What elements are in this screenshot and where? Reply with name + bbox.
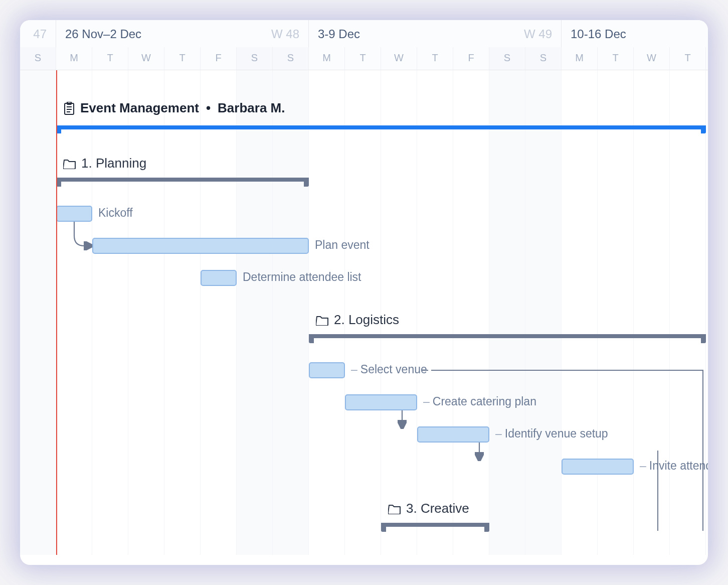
project-owner: Barbara M.	[218, 100, 285, 116]
group-bar[interactable]	[381, 523, 489, 528]
group-title[interactable]: 1. Planning	[63, 156, 146, 171]
week-label: 10-16 Dec	[571, 27, 626, 41]
task-name: Identify venue setup	[505, 427, 608, 441]
separator-dot: •	[204, 100, 213, 116]
day-cell: M	[562, 47, 598, 70]
folder-icon	[388, 503, 401, 514]
group-name: 3. Creative	[406, 501, 469, 516]
chart-body[interactable]: Event Management•Barbara M.1. PlanningKi…	[20, 70, 708, 555]
week-number: 47	[33, 27, 47, 41]
task-bar-attlist[interactable]	[201, 270, 237, 286]
dash: –	[351, 363, 357, 376]
folder-icon	[63, 158, 76, 169]
task-bar-setup[interactable]	[417, 426, 489, 443]
week-number: W 48	[271, 27, 299, 41]
week-cell: 26 Nov–2 DecW 48	[56, 20, 309, 47]
dash: –	[423, 395, 430, 408]
week-label: 3-9 Dec	[318, 27, 360, 41]
task-label: –Create catering plan	[423, 395, 536, 408]
dash: –	[640, 459, 646, 473]
task-name: Plan event	[315, 238, 370, 252]
task-name: Kickoff	[98, 206, 133, 220]
day-cell: M	[309, 47, 345, 70]
day-cell: W	[128, 47, 164, 70]
task-name: Invite attend	[649, 459, 708, 473]
task-name: Select venue	[360, 363, 427, 376]
day-cell: F	[201, 47, 237, 70]
task-label: Determine attendee list	[243, 270, 361, 284]
week-label: 26 Nov–2 Dec	[65, 27, 141, 41]
day-cell: W	[381, 47, 417, 70]
week-number: W 49	[524, 27, 552, 41]
group-title[interactable]: 3. Creative	[388, 501, 469, 516]
week-cell: 10-16 Dec	[562, 20, 708, 47]
app-frame: 4726 Nov–2 DecW 483-9 DecW 4910-16 Dec S…	[20, 20, 708, 565]
project-bar[interactable]	[56, 125, 706, 130]
project-title[interactable]: Event Management•Barbara M.	[63, 100, 285, 116]
task-name: Create catering plan	[433, 395, 536, 408]
task-bar-catering[interactable]	[345, 394, 417, 410]
task-name: Determine attendee list	[243, 270, 361, 284]
project-name: Event Management	[80, 100, 199, 116]
day-cell: S	[489, 47, 525, 70]
timeline-header: 4726 Nov–2 DecW 483-9 DecW 4910-16 Dec S…	[20, 20, 708, 70]
task-bar-planevent[interactable]	[92, 238, 309, 254]
rows-container: Event Management•Barbara M.1. PlanningKi…	[20, 70, 708, 543]
day-cell: W	[634, 47, 670, 70]
day-cell: S	[525, 47, 562, 70]
week-row: 4726 Nov–2 DecW 483-9 DecW 4910-16 Dec	[20, 20, 708, 47]
task-bar-kickoff[interactable]	[56, 206, 92, 222]
week-cell: 47	[20, 20, 56, 47]
day-cell: T	[345, 47, 381, 70]
dash: –	[495, 427, 502, 441]
gantt-chart: 4726 Nov–2 DecW 483-9 DecW 4910-16 Dec S…	[20, 20, 708, 565]
group-name: 2. Logistics	[334, 312, 399, 328]
group-bar[interactable]	[56, 178, 309, 183]
task-label: Kickoff	[98, 206, 133, 220]
group-bar[interactable]	[309, 334, 706, 339]
day-cell: S	[20, 47, 56, 70]
today-line	[56, 70, 57, 555]
day-cell: M	[56, 47, 92, 70]
folder-icon	[316, 315, 329, 326]
group-title[interactable]: 2. Logistics	[316, 312, 399, 328]
clipboard-icon	[63, 102, 75, 115]
day-cell: T	[92, 47, 128, 70]
task-label: –Identify venue setup	[495, 427, 608, 441]
day-row: SMTWTFSSMTWTFSSMTWT	[20, 47, 708, 70]
week-cell: 3-9 DecW 49	[309, 20, 562, 47]
day-cell: T	[164, 47, 201, 70]
day-cell: F	[453, 47, 489, 70]
task-bar-venue[interactable]	[309, 362, 345, 378]
task-bar-invite[interactable]	[562, 459, 634, 475]
day-cell: S	[237, 47, 273, 70]
day-cell: T	[417, 47, 453, 70]
task-label: –Invite attend	[640, 459, 708, 473]
task-label: Plan event	[315, 238, 370, 252]
day-cell: T	[598, 47, 634, 70]
day-cell: S	[273, 47, 309, 70]
task-label: –Select venue	[351, 363, 427, 376]
group-name: 1. Planning	[81, 156, 146, 171]
day-cell: T	[670, 47, 706, 70]
